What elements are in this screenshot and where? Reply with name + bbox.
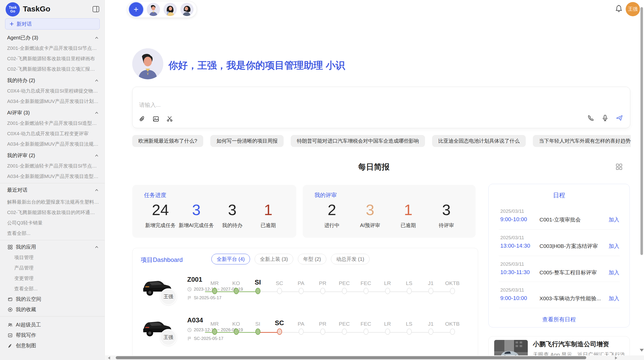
sidebar-item-ai-super-staff[interactable]: AI超级员工: [0, 320, 105, 330]
recent-chat-item[interactable]: C02-飞腾新能源轻客改款项目的闭环通告反馈情况: [0, 207, 105, 218]
recent-chat-item[interactable]: 公司Q3轻卡销量: [0, 218, 105, 228]
milestone[interactable]: PR: [312, 317, 333, 335]
assistant-avatar-2[interactable]: [164, 3, 177, 16]
sidebar-item[interactable]: C0X4-动力总成开发项目SI里程碑提交物检查: [0, 86, 105, 96]
notification-bell-icon[interactable]: [615, 5, 623, 13]
recent-chats-view-all[interactable]: 查看全部...: [0, 228, 105, 238]
sidebar-item[interactable]: C02-飞腾新能源轻客改款项目立项汇报方案: [0, 64, 105, 74]
milestone-label: PEC: [333, 277, 355, 286]
milestone[interactable]: FEC: [355, 317, 377, 335]
sidebar-item-creative-draw[interactable]: 创意制图: [0, 340, 105, 351]
sidebar-item[interactable]: Z001-全新燃油轻卡产品开发项目SI节点属性5D文件评审: [0, 161, 105, 171]
app-item-change-mgmt[interactable]: 变更管理: [0, 273, 105, 283]
scroll-right-arrow[interactable]: [615, 356, 617, 359]
sidebar-item[interactable]: Z001-全新燃油轻卡产品开发项目SI造型提交物评审: [0, 118, 105, 128]
new-chat-label: 新对话: [17, 21, 32, 27]
horizontal-scrollbar[interactable]: [116, 356, 586, 359]
sidebar-item[interactable]: A034-全新新能源MUV产品开发项目计划变更表编写: [0, 96, 105, 107]
user-avatar[interactable]: 王强: [626, 2, 640, 16]
project-row[interactable]: 王强 A034 2023-12-19 ~ 2026-01-19 SC-2025-…: [133, 314, 478, 355]
chevron-up-icon: [94, 245, 99, 250]
section-my-apps[interactable]: 我的应用: [0, 242, 105, 252]
vertical-scrollbar[interactable]: [640, 7, 643, 255]
sidebar-item[interactable]: A034-全新新能源MUV产品开发项目造型可行性评审: [0, 171, 105, 182]
milestone[interactable]: PR: [312, 277, 333, 294]
suggestion-chip[interactable]: 欧洲新规最近颁布了什么?: [132, 135, 203, 147]
suggestion-chips: 欧洲新规最近颁布了什么? 如何写一份清晰的项目周报 特朗普可能对进口汽车增税会对…: [132, 135, 631, 147]
milestone[interactable]: LR: [377, 277, 398, 294]
sidebar-item[interactable]: C02-飞腾新能源轻客改款项目里程碑画布: [0, 53, 105, 64]
sidebar-item[interactable]: Z001-全新燃油皮卡产品开发项目SI节点Lesson Learn报告: [0, 43, 105, 53]
milestone[interactable]: PA: [290, 277, 312, 294]
section-agent-done[interactable]: Agent已办 (3): [0, 33, 105, 43]
sidebar-item-favorites[interactable]: 我的收藏: [0, 304, 105, 315]
milestone[interactable]: SC: [269, 317, 290, 335]
new-chat-button[interactable]: 新对话: [5, 18, 100, 29]
sidebar-item[interactable]: A034-全新新能源MUV产品开发项目法规符合性评审: [0, 139, 105, 149]
milestone-dot: [450, 288, 455, 294]
stat-pending-review: 3 待评审: [427, 201, 465, 229]
app-item-project-mgmt[interactable]: 项目管理: [0, 252, 105, 263]
suggestion-chip[interactable]: 比亚迪全固态电池计划具体说了什么: [432, 135, 526, 147]
tab-powertrain[interactable]: 动总开发 (1): [331, 254, 370, 264]
milestone[interactable]: PA: [290, 317, 312, 335]
join-link[interactable]: 加入: [609, 269, 619, 276]
milestone-label: SC: [269, 317, 290, 327]
milestone-label: MR: [204, 317, 225, 327]
milestone[interactable]: PEC: [333, 317, 355, 335]
section-recent-chats[interactable]: 最近对话: [0, 185, 105, 195]
sidebar-item[interactable]: C0X4-动力总成开发项目工程变更评审: [0, 128, 105, 139]
scroll-left-arrow[interactable]: [108, 356, 110, 359]
view-all-schedule-link[interactable]: 查看所有日程: [489, 316, 630, 323]
milestone[interactable]: PEC: [333, 277, 355, 294]
image-icon[interactable]: [152, 115, 159, 123]
milestone[interactable]: KO: [225, 277, 247, 294]
tab-model-year[interactable]: 年型 (2): [298, 254, 326, 264]
milestone[interactable]: J1: [420, 277, 442, 294]
join-link[interactable]: 加入: [609, 216, 619, 223]
milestone[interactable]: OKTB: [442, 277, 463, 294]
join-link[interactable]: 加入: [609, 243, 619, 250]
section-my-review[interactable]: 我的评审 (2): [0, 150, 105, 161]
mic-icon[interactable]: [602, 114, 609, 122]
send-icon[interactable]: [616, 114, 623, 122]
sidebar-item-help-write[interactable]: 帮我写作: [0, 330, 105, 340]
suggestion-chip[interactable]: 当下年轻人对汽车外观有怎样的喜好趋势: [533, 135, 631, 147]
tab-new-body[interactable]: 全新上装 (3): [255, 254, 293, 264]
attachment-icon[interactable]: [139, 115, 146, 123]
sidebar-collapse-icon[interactable]: [92, 6, 99, 13]
milestone[interactable]: SI: [247, 277, 269, 294]
milestone[interactable]: SC: [269, 277, 290, 294]
join-link[interactable]: 加入: [609, 295, 619, 302]
assistant-avatar-1[interactable]: [147, 3, 160, 16]
milestone[interactable]: KO: [225, 317, 247, 335]
section-ai-review[interactable]: AI评审 (3): [0, 108, 105, 118]
briefing-layout-icon[interactable]: [616, 163, 623, 170]
project-row[interactable]: 王强 Z001 2023-12-19 ~ 2027-01-19 SI-2025-…: [133, 274, 478, 314]
milestone[interactable]: FEC: [355, 277, 377, 294]
milestone[interactable]: MR: [204, 317, 225, 335]
app-item-product-mgmt[interactable]: 产品管理: [0, 263, 105, 273]
milestone[interactable]: OKTB: [442, 317, 463, 335]
milestone[interactable]: SI: [247, 317, 269, 335]
apps-view-all[interactable]: 查看全部...: [0, 283, 105, 294]
phone-icon[interactable]: [587, 114, 594, 122]
milestone[interactable]: LS: [398, 277, 420, 294]
section-my-todo[interactable]: 我的待办 (2): [0, 75, 105, 86]
add-assistant-button[interactable]: [129, 2, 143, 17]
recent-chat-item[interactable]: 解释最新出台的欧盟报废车法规再生塑料比例被调至15%...: [0, 197, 105, 207]
milestone[interactable]: LS: [398, 317, 420, 335]
chat-input-box[interactable]: 请输入...: [132, 87, 630, 128]
scissors-icon[interactable]: [166, 115, 173, 123]
milestone[interactable]: J1: [420, 317, 442, 335]
suggestion-chip[interactable]: 特朗普可能对进口汽车增税会对中国车企造成哪些影响: [291, 135, 425, 147]
sidebar-item-cloud-space[interactable]: 我的云空间: [0, 294, 105, 304]
milestone[interactable]: LR: [377, 317, 398, 335]
suggestion-chip[interactable]: 如何写一份清晰的项目周报: [210, 135, 284, 147]
milestone-label: PA: [290, 277, 312, 286]
assistant-avatar-3[interactable]: [180, 3, 194, 16]
project-code: Z001: [187, 276, 202, 283]
scroll-down-arrow[interactable]: [640, 349, 644, 352]
tab-new-platform[interactable]: 全新平台 (4): [211, 254, 250, 264]
milestone[interactable]: MR: [204, 277, 225, 294]
